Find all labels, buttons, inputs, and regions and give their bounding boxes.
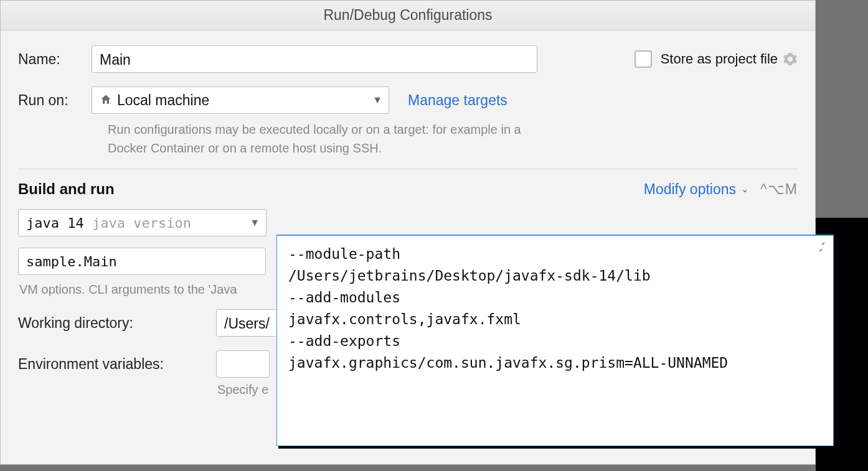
name-input[interactable]: Main xyxy=(92,45,537,73)
modify-options-shortcut: ^⌥M xyxy=(760,181,798,198)
name-label: Name: xyxy=(18,51,92,68)
build-run-header: Build and run Modify options ⌄ ^⌥M xyxy=(18,180,798,198)
run-on-select[interactable]: Local machine ▼ xyxy=(92,86,389,114)
jdk-hint: java version xyxy=(92,215,191,231)
run-on-help: Run configurations may be executed local… xyxy=(108,120,556,157)
checkbox-box xyxy=(634,50,652,68)
dialog-title: Run/Debug Configurations xyxy=(1,1,815,30)
name-row: Name: Main Store as project file xyxy=(18,45,798,73)
chevron-down-icon: ▼ xyxy=(250,217,260,228)
jdk-select[interactable]: java 14 java version ▼ xyxy=(18,209,267,236)
manage-targets-link[interactable]: Manage targets xyxy=(408,92,507,109)
chevron-down-icon: ⌄ xyxy=(741,184,749,195)
jdk-name: java 14 xyxy=(26,215,84,231)
run-on-row: Run on: Local machine ▼ Manage targets xyxy=(18,86,798,114)
home-icon xyxy=(100,93,112,106)
run-on-label: Run on: xyxy=(18,92,92,109)
store-as-project-checkbox[interactable]: Store as project file xyxy=(634,50,778,68)
env-label: Environment variables: xyxy=(18,356,216,373)
store-as-project-label: Store as project file xyxy=(661,51,778,67)
chevron-down-icon: ▼ xyxy=(372,95,382,106)
workdir-input[interactable]: /Users/ xyxy=(216,309,278,337)
modify-options-label: Modify options xyxy=(644,181,736,198)
vm-options-popup[interactable]: --module-path /Users/jetbrains/Desktop/j… xyxy=(276,235,834,446)
main-class-input[interactable]: sample.Main xyxy=(18,248,266,275)
vm-options-text[interactable]: --module-path /Users/jetbrains/Desktop/j… xyxy=(288,243,822,374)
modify-options[interactable]: Modify options ⌄ ^⌥M xyxy=(644,181,798,198)
env-input[interactable] xyxy=(216,350,270,378)
build-run-title: Build and run xyxy=(18,180,115,198)
gear-icon[interactable] xyxy=(783,52,798,67)
run-on-value: Local machine xyxy=(117,92,209,109)
separator xyxy=(18,169,798,169)
collapse-icon[interactable] xyxy=(816,241,828,253)
workdir-label: Working directory: xyxy=(18,315,216,332)
